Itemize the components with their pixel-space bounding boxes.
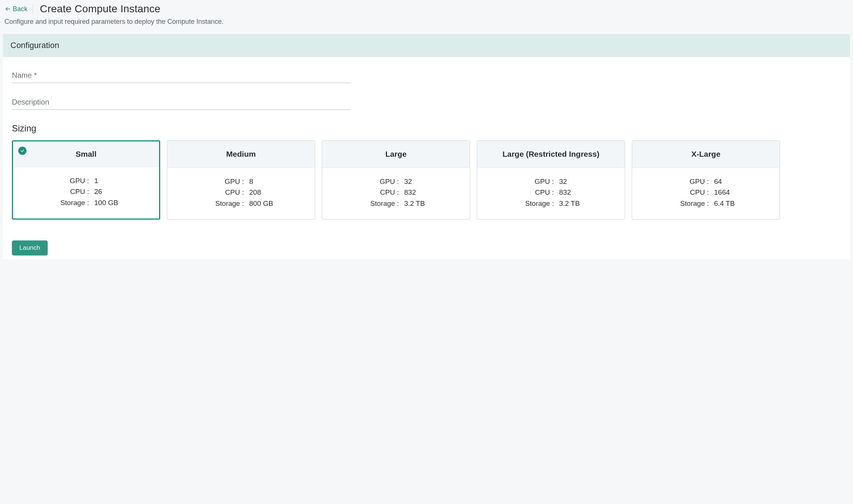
- spec-label: CPU :: [660, 187, 709, 198]
- configuration-panel: Configuration Sizing SmallGPU :1CPU :26S…: [3, 34, 850, 259]
- spec-row-gpu: GPU :32: [326, 176, 466, 187]
- sizing-card-large[interactable]: LargeGPU :32CPU :832Storage :3.2 TB: [322, 140, 470, 220]
- sizing-card-title: Medium: [167, 141, 315, 168]
- spec-row-storage: Storage :3.2 TB: [481, 198, 621, 209]
- sizing-card-grid: SmallGPU :1CPU :26Storage :100 GBMediumG…: [12, 140, 841, 220]
- spec-label: CPU :: [505, 187, 554, 198]
- sizing-card-title: Small: [13, 141, 159, 167]
- spec-label: GPU :: [505, 176, 554, 187]
- spec-value: 26: [94, 186, 131, 197]
- sizing-card-body: GPU :1CPU :26Storage :100 GB: [13, 167, 159, 218]
- spec-value: 1: [94, 175, 131, 186]
- name-field-wrapper: [12, 70, 351, 83]
- name-input[interactable]: [12, 70, 351, 83]
- spec-label: GPU :: [351, 176, 399, 187]
- spec-value: 3.2 TB: [559, 198, 596, 209]
- back-button[interactable]: Back: [4, 4, 33, 14]
- spec-row-storage: Storage :800 GB: [171, 198, 311, 209]
- spec-label: Storage :: [660, 198, 709, 209]
- spec-value: 8: [249, 176, 286, 187]
- spec-row-gpu: GPU :32: [481, 176, 621, 187]
- spec-row-storage: Storage :3.2 TB: [326, 198, 466, 209]
- spec-label: CPU :: [41, 186, 89, 197]
- spec-row-cpu: CPU :208: [171, 187, 311, 198]
- sizing-card-medium[interactable]: MediumGPU :8CPU :208Storage :800 GB: [167, 140, 315, 220]
- spec-value: 1664: [714, 187, 751, 198]
- spec-value: 3.2 TB: [404, 198, 441, 209]
- spec-label: GPU :: [41, 175, 89, 186]
- spec-value: 800 GB: [249, 198, 286, 209]
- sizing-card-title: X-Large: [632, 141, 780, 168]
- page-subtitle: Configure and input required parameters …: [3, 17, 850, 34]
- description-field-wrapper: [12, 96, 351, 110]
- spec-row-gpu: GPU :1: [17, 175, 155, 186]
- sizing-card-body: GPU :32CPU :832Storage :3.2 TB: [322, 168, 470, 219]
- launch-button[interactable]: Launch: [12, 240, 48, 255]
- spec-value: 100 GB: [94, 197, 131, 208]
- spec-label: GPU :: [660, 176, 709, 187]
- spec-value: 6.4 TB: [714, 198, 751, 209]
- description-input[interactable]: [12, 96, 351, 110]
- spec-row-cpu: CPU :1664: [636, 187, 776, 198]
- spec-value: 832: [404, 187, 441, 198]
- spec-label: CPU :: [196, 187, 244, 198]
- sizing-card-body: GPU :8CPU :208Storage :800 GB: [167, 168, 315, 219]
- check-circle-icon: [18, 147, 26, 155]
- panel-title: Configuration: [3, 34, 850, 57]
- spec-value: 208: [249, 187, 286, 198]
- spec-row-gpu: GPU :64: [636, 176, 776, 187]
- sizing-card-body: GPU :64CPU :1664Storage :6.4 TB: [632, 168, 780, 219]
- spec-value: 64: [714, 176, 751, 187]
- spec-value: 832: [559, 187, 596, 198]
- sizing-title: Sizing: [12, 123, 841, 134]
- back-label: Back: [13, 5, 28, 13]
- arrow-left-icon: [4, 6, 11, 12]
- sizing-card-small[interactable]: SmallGPU :1CPU :26Storage :100 GB: [12, 140, 160, 220]
- spec-row-cpu: CPU :832: [326, 187, 466, 198]
- spec-label: CPU :: [351, 187, 399, 198]
- sizing-card-xlarge[interactable]: X-LargeGPU :64CPU :1664Storage :6.4 TB: [632, 140, 780, 220]
- spec-row-storage: Storage :6.4 TB: [636, 198, 776, 209]
- sizing-card-body: GPU :32CPU :832Storage :3.2 TB: [477, 168, 625, 219]
- sizing-card-title: Large: [322, 141, 470, 168]
- spec-value: 32: [404, 176, 441, 187]
- spec-label: Storage :: [196, 198, 244, 209]
- spec-row-gpu: GPU :8: [171, 176, 311, 187]
- sizing-card-title: Large (Restricted Ingress): [477, 141, 625, 168]
- sizing-card-large-ri[interactable]: Large (Restricted Ingress)GPU :32CPU :83…: [477, 140, 625, 220]
- spec-label: Storage :: [351, 198, 399, 209]
- spec-label: GPU :: [196, 176, 244, 187]
- spec-row-cpu: CPU :832: [481, 187, 621, 198]
- spec-row-cpu: CPU :26: [17, 186, 155, 197]
- spec-value: 32: [559, 176, 596, 187]
- spec-label: Storage :: [505, 198, 554, 209]
- spec-label: Storage :: [41, 197, 89, 208]
- page-title: Create Compute Instance: [40, 3, 161, 15]
- spec-row-storage: Storage :100 GB: [17, 197, 155, 208]
